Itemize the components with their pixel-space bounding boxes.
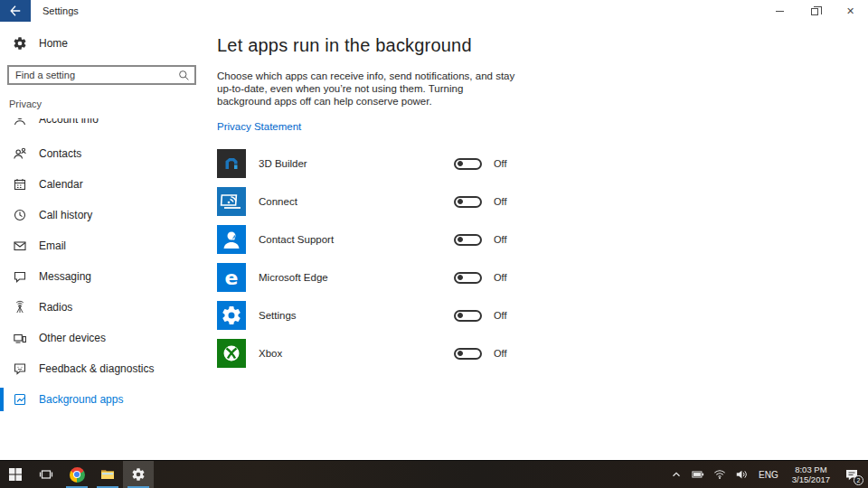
toggle-connect[interactable]: [454, 196, 482, 208]
page-description: Choose which apps can receive info, send…: [217, 70, 517, 108]
app-row-contact-support: Contact Support Off: [217, 225, 868, 254]
toggle-knob: [458, 313, 463, 318]
notification-badge: 2: [854, 475, 863, 485]
toggle-knob: [458, 199, 463, 204]
contact-support-icon: [217, 225, 246, 254]
speech-bubble-icon: [13, 269, 27, 284]
sidebar-item-feedback-diagnostics[interactable]: Feedback & diagnostics: [0, 358, 208, 380]
toggle-state-label: Off: [494, 310, 506, 321]
app-name: Xbox: [259, 348, 454, 359]
settings-gear-icon: [131, 467, 146, 482]
app-name: Contact Support: [259, 234, 454, 245]
contacts-icon: [13, 146, 27, 161]
toggle-state-label: Off: [494, 272, 506, 283]
app-name: Settings: [259, 310, 454, 321]
sidebar: Home Privacy Account info Contacts Calen…: [0, 22, 208, 460]
sidebar-item-radios[interactable]: Radios: [0, 296, 208, 318]
background-apps-list: 3D Builder Off Connect Off Contact Suppo…: [217, 149, 868, 368]
app-row-xbox: Xbox Off: [217, 339, 868, 368]
app-name: Connect: [259, 196, 454, 207]
search-box[interactable]: [7, 65, 196, 85]
volume-icon[interactable]: [732, 461, 750, 488]
minimize-icon: [776, 11, 784, 12]
restore-button[interactable]: [797, 0, 833, 22]
xbox-icon: [217, 339, 246, 368]
back-button[interactable]: [0, 0, 31, 22]
selected-indicator: [0, 388, 4, 411]
sidebar-item-call-history[interactable]: Call history: [0, 204, 208, 226]
toggle-knob: [458, 275, 463, 280]
settings-window: Home Privacy Account info Contacts Calen…: [0, 22, 868, 460]
sidebar-item-background-apps[interactable]: Background apps: [0, 389, 208, 410]
task-view-button[interactable]: [31, 461, 61, 488]
app-name: Microsoft Edge: [259, 272, 454, 283]
close-button[interactable]: ✕: [833, 0, 868, 22]
wifi-icon[interactable]: [711, 461, 729, 488]
envelope-icon: [13, 239, 27, 253]
toggle-state-label: Off: [494, 234, 506, 245]
sidebar-item-home[interactable]: Home: [0, 33, 208, 54]
sidebar-item-label: Feedback & diagnostics: [39, 362, 154, 375]
sidebar-item-label: Contacts: [39, 147, 81, 160]
background-apps-icon: [13, 392, 27, 407]
battery-icon[interactable]: [689, 461, 707, 488]
file-explorer-taskbar-button[interactable]: [92, 461, 123, 488]
toggle-xbox[interactable]: [454, 348, 482, 360]
app-name: 3D Builder: [259, 158, 454, 169]
language-indicator[interactable]: ENG: [754, 470, 783, 480]
clock-date: 3/15/2017: [792, 474, 830, 484]
sidebar-item-contacts[interactable]: Contacts: [0, 143, 208, 164]
person-icon: [13, 112, 27, 127]
toggle-state-label: Off: [494, 348, 506, 359]
devices-icon: [13, 331, 27, 345]
chrome-icon: [70, 467, 85, 483]
minimize-button[interactable]: [762, 0, 797, 22]
sidebar-item-label: Call history: [39, 209, 92, 221]
toggle-knob: [458, 161, 463, 166]
3d-builder-icon: [217, 149, 246, 178]
toggle-knob: [458, 237, 463, 242]
back-arrow-icon: [9, 5, 22, 17]
clock[interactable]: 8:03 PM 3/15/2017: [787, 465, 835, 484]
app-row-connect: Connect Off: [217, 187, 868, 216]
main-content: Let apps run in the background Choose wh…: [208, 22, 868, 460]
sidebar-item-label: Background apps: [39, 393, 123, 406]
restore-icon: [811, 8, 818, 15]
sidebar-item-label: Messaging: [39, 270, 91, 283]
search-input[interactable]: [15, 70, 178, 80]
sidebar-item-label: Account info: [39, 113, 99, 126]
sidebar-item-label: Calendar: [39, 178, 83, 191]
search-icon: [178, 70, 190, 81]
chevron-up-icon[interactable]: [667, 461, 685, 488]
svg-text:e: e: [225, 267, 239, 289]
file-explorer-icon: [100, 467, 115, 482]
sidebar-item-calendar[interactable]: Calendar: [0, 174, 208, 195]
action-center-button[interactable]: 2: [839, 461, 864, 488]
antenna-icon: [13, 300, 27, 314]
task-view-icon: [39, 467, 53, 482]
toggle-settings[interactable]: [454, 310, 482, 322]
privacy-statement-link[interactable]: Privacy Statement: [217, 121, 301, 132]
sidebar-item-messaging[interactable]: Messaging: [0, 266, 208, 287]
toggle-state-label: Off: [494, 158, 506, 169]
sidebar-item-email[interactable]: Email: [0, 235, 208, 257]
clock-time: 8:03 PM: [792, 465, 830, 474]
privacy-section-label: Privacy: [0, 85, 208, 112]
windows-logo-icon: [8, 467, 23, 482]
toggle-microsoft-edge[interactable]: [454, 272, 482, 284]
sidebar-item-other-devices[interactable]: Other devices: [0, 327, 208, 349]
toggle-contact-support[interactable]: [454, 234, 482, 246]
app-row-settings: Settings Off: [217, 301, 868, 330]
start-button[interactable]: [0, 461, 31, 488]
settings-gear-icon: [217, 301, 246, 330]
window-controls: ✕: [762, 0, 868, 22]
taskbar: ENG 8:03 PM 3/15/2017 2: [0, 460, 868, 488]
toggle-knob: [458, 351, 463, 356]
toggle-state-label: Off: [494, 196, 506, 207]
chrome-taskbar-button[interactable]: [61, 461, 92, 488]
toggle-3d-builder[interactable]: [454, 158, 482, 170]
connect-icon: [217, 187, 246, 216]
settings-taskbar-button[interactable]: [123, 461, 154, 488]
app-row-microsoft-edge: e Microsoft Edge Off: [217, 263, 868, 292]
calendar-icon: [13, 177, 27, 192]
